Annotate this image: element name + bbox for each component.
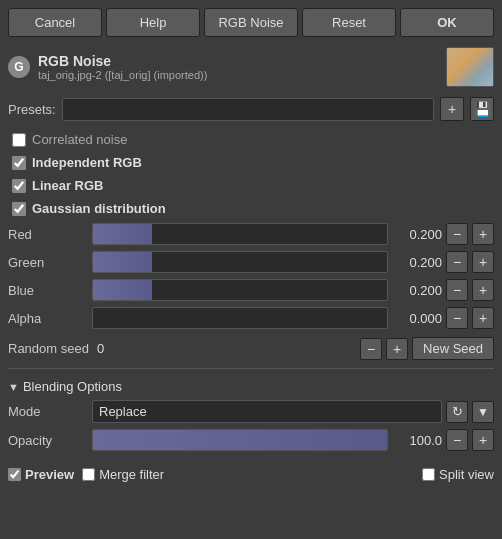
mode-select[interactable]: Replace xyxy=(92,400,442,423)
opacity-plus-button[interactable]: + xyxy=(472,429,494,451)
linear-rgb-label[interactable]: Linear RGB xyxy=(32,178,104,193)
red-plus-button[interactable]: + xyxy=(472,223,494,245)
help-button[interactable]: Help xyxy=(106,8,200,37)
red-value: 0.200 xyxy=(392,227,442,242)
seed-label: Random seed xyxy=(8,341,89,356)
blue-value: 0.200 xyxy=(392,283,442,298)
gaussian-checkbox[interactable] xyxy=(12,202,26,216)
opacity-minus-button[interactable]: − xyxy=(446,429,468,451)
blue-slider-fill xyxy=(93,280,152,300)
divider xyxy=(8,368,494,369)
green-slider-fill xyxy=(93,252,152,272)
opacity-label: Opacity xyxy=(8,433,88,448)
preview-check: Preview xyxy=(8,467,74,482)
red-minus-button[interactable]: − xyxy=(446,223,468,245)
green-label: Green xyxy=(8,255,88,270)
blending-section-label: Blending Options xyxy=(23,379,122,394)
rgb-noise-dialog: Cancel Help RGB Noise Reset OK G RGB Noi… xyxy=(0,0,502,539)
merge-checkbox[interactable] xyxy=(82,468,95,481)
blending-section-header[interactable]: ▼ Blending Options xyxy=(8,375,494,396)
blue-label: Blue xyxy=(8,283,88,298)
correlated-noise-row: Correlated noise xyxy=(8,129,494,150)
blue-slider-row: Blue 0.200 − + xyxy=(8,279,494,301)
dialog-subtitle: taj_orig.jpg-2 ([taj_orig] (imported)) xyxy=(38,69,438,81)
mode-arrow-button[interactable]: ▼ xyxy=(472,401,494,423)
independent-rgb-row: Independent RGB xyxy=(8,152,494,173)
seed-row: Random seed 0 − + New Seed xyxy=(8,337,494,360)
gaussian-label[interactable]: Gaussian distribution xyxy=(32,201,166,216)
independent-rgb-label[interactable]: Independent RGB xyxy=(32,155,142,170)
blending-arrow-icon: ▼ xyxy=(8,381,19,393)
opacity-slider-fill xyxy=(93,430,387,450)
blue-plus-button[interactable]: + xyxy=(472,279,494,301)
preview-checkbox[interactable] xyxy=(8,468,21,481)
mode-label: Mode xyxy=(8,404,88,419)
split-label[interactable]: Split view xyxy=(439,467,494,482)
linear-rgb-row: Linear RGB xyxy=(8,175,494,196)
presets-select[interactable] xyxy=(62,98,434,121)
gimp-logo: G xyxy=(8,56,30,78)
opacity-slider-row: Opacity 100.0 − + xyxy=(8,429,494,451)
green-minus-button[interactable]: − xyxy=(446,251,468,273)
alpha-minus-button[interactable]: − xyxy=(446,307,468,329)
toolbar: Cancel Help RGB Noise Reset OK xyxy=(0,0,502,43)
green-value: 0.200 xyxy=(392,255,442,270)
blue-minus-button[interactable]: − xyxy=(446,279,468,301)
bottom-bar: Preview Merge filter Split view xyxy=(0,461,502,488)
alpha-slider-row: Alpha 0.000 − + xyxy=(8,307,494,329)
independent-rgb-checkbox[interactable] xyxy=(12,156,26,170)
cancel-button[interactable]: Cancel xyxy=(8,8,102,37)
merge-check: Merge filter xyxy=(82,467,164,482)
thumbnail xyxy=(446,47,494,87)
red-slider-track[interactable] xyxy=(92,223,388,245)
save-icon: 💾 xyxy=(474,101,491,117)
presets-row: Presets: + 💾 xyxy=(0,93,502,125)
mode-reset-button[interactable]: ↻ xyxy=(446,401,468,423)
alpha-slider-track[interactable] xyxy=(92,307,388,329)
mode-row: Mode Replace ↻ ▼ xyxy=(8,400,494,423)
opacity-slider-track[interactable] xyxy=(92,429,388,451)
dialog-title: RGB Noise xyxy=(38,53,438,69)
alpha-plus-button[interactable]: + xyxy=(472,307,494,329)
blue-slider-track[interactable] xyxy=(92,279,388,301)
content-area: Correlated noise Independent RGB Linear … xyxy=(0,125,502,457)
new-seed-button[interactable]: New Seed xyxy=(412,337,494,360)
opacity-value: 100.0 xyxy=(392,433,442,448)
header-text: RGB Noise taj_orig.jpg-2 ([taj_orig] (im… xyxy=(38,53,438,81)
seed-plus-button[interactable]: + xyxy=(386,338,408,360)
red-slider-fill xyxy=(93,224,152,244)
rgb-noise-button[interactable]: RGB Noise xyxy=(204,8,298,37)
alpha-value: 0.000 xyxy=(392,311,442,326)
green-plus-button[interactable]: + xyxy=(472,251,494,273)
seed-minus-button[interactable]: − xyxy=(360,338,382,360)
presets-label: Presets: xyxy=(8,102,56,117)
red-slider-row: Red 0.200 − + xyxy=(8,223,494,245)
alpha-label: Alpha xyxy=(8,311,88,326)
seed-value: 0 xyxy=(93,341,356,356)
correlated-noise-checkbox[interactable] xyxy=(12,133,26,147)
ok-button[interactable]: OK xyxy=(400,8,494,37)
gaussian-row: Gaussian distribution xyxy=(8,198,494,219)
split-checkbox[interactable] xyxy=(422,468,435,481)
preview-label[interactable]: Preview xyxy=(25,467,74,482)
green-slider-row: Green 0.200 − + xyxy=(8,251,494,273)
merge-label[interactable]: Merge filter xyxy=(99,467,164,482)
save-preset-button[interactable]: 💾 xyxy=(470,97,494,121)
green-slider-track[interactable] xyxy=(92,251,388,273)
correlated-noise-label[interactable]: Correlated noise xyxy=(32,132,127,147)
split-check: Split view xyxy=(422,467,494,482)
header: G RGB Noise taj_orig.jpg-2 ([taj_orig] (… xyxy=(0,43,502,93)
add-preset-button[interactable]: + xyxy=(440,97,464,121)
red-label: Red xyxy=(8,227,88,242)
reset-button[interactable]: Reset xyxy=(302,8,396,37)
linear-rgb-checkbox[interactable] xyxy=(12,179,26,193)
